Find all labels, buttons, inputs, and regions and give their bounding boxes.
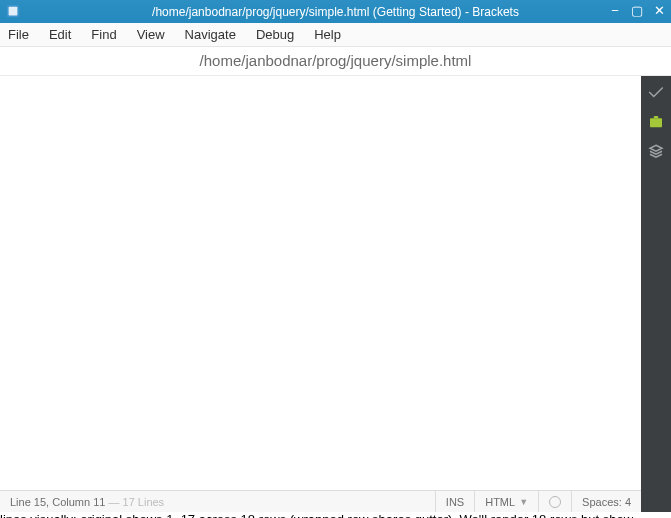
file-path-bar[interactable]: /home/janbodnar/prog/jquery/simple.html	[0, 47, 671, 76]
menu-find[interactable]: Find	[91, 27, 116, 42]
status-bar: Line 15, Column 11 — 17 Lines INS HTML▼ …	[0, 490, 641, 512]
menu-navigate[interactable]: Navigate	[185, 27, 236, 42]
editor-pane: Line 15, Column 11 — 17 Lines INS HTML▼ …	[0, 76, 641, 512]
code-editor[interactable]	[0, 76, 641, 490]
line-number-gutter[interactable]	[0, 86, 50, 490]
extension-manager-icon[interactable]	[646, 112, 666, 132]
menu-help[interactable]: Help	[314, 27, 341, 42]
window-controls: − ▢ ✕	[607, 2, 667, 18]
menu-edit[interactable]: Edit	[49, 27, 71, 42]
svg-rect-1	[9, 7, 18, 16]
window-title: /home/janbodnar/prog/jquery/simple.html …	[152, 5, 519, 19]
code-content[interactable]	[50, 86, 641, 490]
status-lint[interactable]	[538, 491, 571, 512]
main-area: Line 15, Column 11 — 17 Lines INS HTML▼ …	[0, 76, 671, 512]
svg-rect-2	[650, 118, 662, 127]
circle-icon	[549, 496, 561, 508]
close-button[interactable]: ✕	[651, 2, 667, 18]
menu-file[interactable]: File	[8, 27, 29, 42]
status-indent[interactable]: Spaces: 4	[571, 491, 641, 512]
plugin-icon[interactable]	[646, 142, 666, 162]
menu-bar: File Edit Find View Navigate Debug Help	[0, 23, 671, 47]
minimize-button[interactable]: −	[607, 2, 623, 18]
status-insert-mode[interactable]: INS	[435, 491, 474, 512]
status-cursor[interactable]: Line 15, Column 11 — 17 Lines	[0, 496, 435, 508]
menu-debug[interactable]: Debug	[256, 27, 294, 42]
status-language[interactable]: HTML▼	[474, 491, 538, 512]
right-toolbar	[641, 76, 671, 512]
chevron-down-icon: ▼	[519, 497, 528, 507]
maximize-button[interactable]: ▢	[629, 2, 645, 18]
app-icon	[6, 4, 20, 18]
live-preview-icon[interactable]	[646, 82, 666, 102]
window-titlebar: /home/janbodnar/prog/jquery/simple.html …	[0, 0, 671, 23]
menu-view[interactable]: View	[137, 27, 165, 42]
